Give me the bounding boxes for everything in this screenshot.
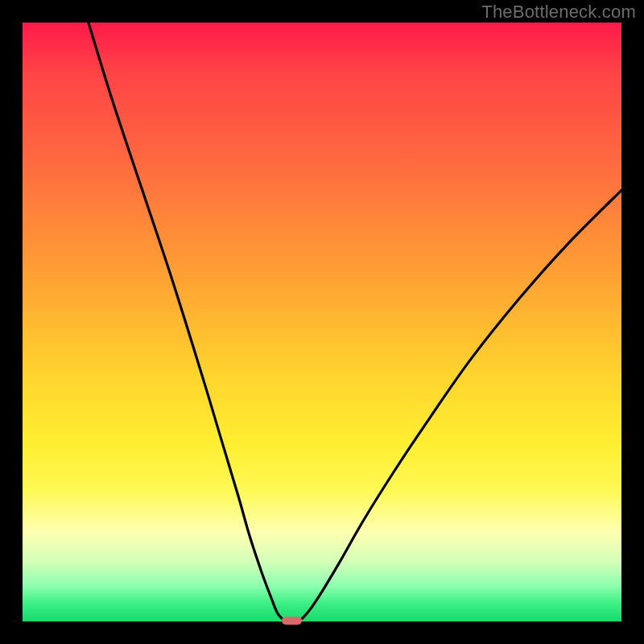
curve-left-branch — [89, 23, 282, 618]
chart-frame: TheBottleneck.com — [0, 0, 644, 644]
watermark-text: TheBottleneck.com — [481, 2, 636, 23]
optimal-marker — [282, 617, 302, 625]
curve-right-branch — [302, 190, 621, 618]
bottleneck-curve — [23, 23, 621, 621]
plot-area — [23, 23, 621, 621]
